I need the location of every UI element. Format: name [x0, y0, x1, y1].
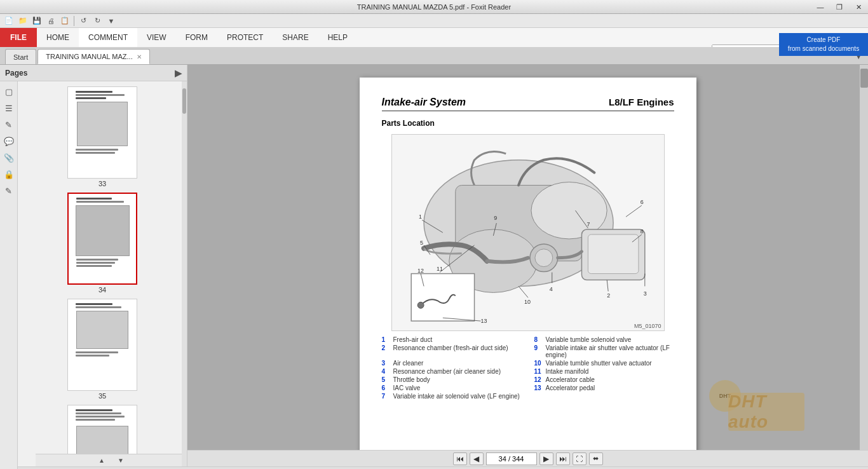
print-button[interactable]: 🖨 [44, 15, 57, 27]
page-thumb-36[interactable]: 36 [67, 405, 137, 454]
part-11: 11 Intake manifold [534, 368, 674, 375]
sidebar-header: Pages ▶ [0, 65, 187, 81]
part-12: 12 Accelerator cable [534, 376, 674, 383]
quick-access-toolbar: 📄 📁 💾 🖨 📋 ↺ ↻ ▼ [0, 14, 868, 28]
next-page-button[interactable]: ▶ [539, 452, 553, 465]
sidebar-scroll-thumb[interactable] [182, 88, 186, 114]
svg-text:9: 9 [494, 215, 497, 221]
svg-rect-9 [411, 274, 474, 322]
menu-protect[interactable]: PROTECT [217, 28, 273, 47]
close-button[interactable]: ✕ [849, 0, 868, 14]
open-button[interactable]: 📁 [17, 15, 29, 27]
status-bar: 🔒 SmartC... Codes Succ... Auto... 📄 ⚙ 📋 … [0, 466, 868, 469]
tab-start[interactable]: Start [5, 49, 36, 64]
page-34-num: 34 [98, 286, 106, 294]
sidebar-attachments-icon[interactable]: 📎 [1, 150, 17, 165]
sidebar-comments-icon[interactable]: 💬 [1, 133, 17, 149]
scroll-down-arrow[interactable]: ▼ [118, 457, 124, 464]
page-35-num: 35 [98, 392, 106, 400]
page-thumb-33[interactable]: 33 [67, 86, 137, 187]
page-thumb-img-35 [67, 299, 137, 391]
tab-document-label: TRAINING MANUAL MAZ... [46, 53, 133, 60]
prev-page-button[interactable]: ◀ [470, 452, 484, 465]
menu-home[interactable]: HOME [37, 28, 79, 47]
menu-file[interactable]: FILE [0, 28, 37, 47]
undo-button[interactable]: ↺ [77, 15, 90, 27]
sidebar-annotations-icon[interactable]: ✎ [1, 117, 17, 132]
menu-comment[interactable]: COMMENT [79, 28, 137, 47]
fit-page-button[interactable]: ⛶ [573, 452, 587, 465]
properties-button[interactable]: 📋 [58, 15, 71, 27]
pages-scroll[interactable]: 33 34 [18, 81, 187, 454]
svg-text:5: 5 [420, 240, 423, 246]
pages-label: Pages [5, 69, 27, 78]
menu-view[interactable]: VIEW [137, 28, 176, 47]
page-number-input[interactable] [486, 452, 537, 465]
menu-form[interactable]: FORM [176, 28, 217, 47]
page-container[interactable]: Intake-air System L8/LF Engines Parts Lo… [187, 65, 868, 450]
tab-start-label: Start [13, 53, 28, 61]
pdf-title-right: L8/LF Engines [609, 97, 674, 107]
menu-help[interactable]: HELP [318, 28, 357, 47]
svg-point-10 [417, 302, 424, 308]
page-thumb-img-33 [67, 86, 137, 179]
sidebar-icons: ▢ ☰ ✎ 💬 📎 🔒 ✎ [0, 81, 18, 469]
svg-text:10: 10 [524, 299, 531, 305]
first-page-button[interactable]: ⏮ [453, 452, 467, 465]
pages-panel: 33 34 [18, 81, 187, 466]
svg-text:2: 2 [607, 292, 610, 299]
svg-text:6: 6 [640, 199, 643, 205]
page-thumb-34[interactable]: 34 [67, 193, 137, 294]
sidebar-bookmarks-icon[interactable]: ☰ [1, 100, 17, 116]
page-36-diagram [76, 426, 128, 454]
sidebar-scrollbar[interactable] [182, 81, 187, 466]
window-controls: — ❐ ✕ [811, 0, 868, 13]
part-13: 13 Accelerator pedal [534, 384, 674, 391]
svg-point-8 [534, 249, 552, 267]
svg-text:11: 11 [436, 266, 442, 272]
fit-width-button[interactable]: ⬌ [589, 452, 603, 465]
part-8: 8 Variable tumble solenoid valve [534, 336, 674, 343]
sidebar-signature-icon[interactable]: ✎ [1, 183, 17, 198]
menu-share[interactable]: SHARE [273, 28, 318, 47]
viewer-scroll-thumb[interactable] [860, 69, 868, 88]
customize-button[interactable]: ▼ [105, 15, 118, 27]
title-bar: TRAINING MANUAL MAZDA 5.pdf - Foxit Read… [0, 0, 868, 14]
pdf-header-row: Intake-air System L8/LF Engines [382, 97, 674, 111]
sidebar-pages-icon[interactable]: ▢ [1, 84, 17, 99]
tab-close-button[interactable]: ✕ [137, 53, 142, 60]
save-button[interactable]: 💾 [31, 15, 43, 27]
restore-button[interactable]: ❐ [830, 0, 849, 14]
new-button[interactable]: 📄 [3, 15, 15, 27]
pdf-subtitle: Parts Location [382, 119, 674, 128]
last-page-button[interactable]: ⏭ [556, 452, 570, 465]
viewer-scrollbar[interactable] [859, 65, 868, 450]
page-33-num: 33 [98, 180, 106, 187]
svg-text:13: 13 [480, 318, 487, 324]
redo-button[interactable]: ↻ [91, 15, 104, 27]
svg-text:12: 12 [417, 268, 424, 274]
page-thumb-35[interactable]: 35 [67, 299, 137, 400]
sidebar-collapse-button[interactable]: ▶ [175, 68, 182, 78]
main-area: Pages ▶ ▢ ☰ ✎ 💬 📎 🔒 ✎ [0, 65, 868, 466]
sidebar-lock-icon[interactable]: 🔒 [1, 167, 17, 182]
page-input-wrap [486, 452, 537, 465]
engine-svg: 11 7 6 8 2 3 5 12 [392, 135, 664, 330]
minimize-button[interactable]: — [811, 0, 830, 14]
create-pdf-line2: from scanned documents [784, 44, 863, 53]
menu-bar: FILE HOME COMMENT VIEW FORM PROTECT SHAR… [0, 28, 868, 47]
scroll-up-arrow[interactable]: ▲ [98, 457, 105, 464]
tab-document[interactable]: TRAINING MANUAL MAZ... ✕ [37, 49, 150, 64]
page-thumb-img-34 [67, 193, 137, 285]
create-pdf-line1: Create PDF [784, 36, 863, 44]
page-33-diagram [77, 102, 128, 146]
sidebar-panel: Pages ▶ ▢ ☰ ✎ 💬 📎 🔒 ✎ [0, 65, 187, 466]
part-9: 9 Variable intake air shutter valve actu… [534, 344, 674, 358]
part-10: 10 Variable tumble shutter valve actuato… [534, 360, 674, 367]
svg-text:1: 1 [419, 214, 422, 220]
part-1: 1 Fresh-air duct [382, 336, 522, 343]
part-5: 5 Throttle body [382, 376, 522, 383]
viewer-area: Intake-air System L8/LF Engines Parts Lo… [187, 65, 868, 466]
create-pdf-banner[interactable]: Create PDF from scanned documents [779, 33, 868, 56]
svg-rect-6 [588, 234, 638, 274]
